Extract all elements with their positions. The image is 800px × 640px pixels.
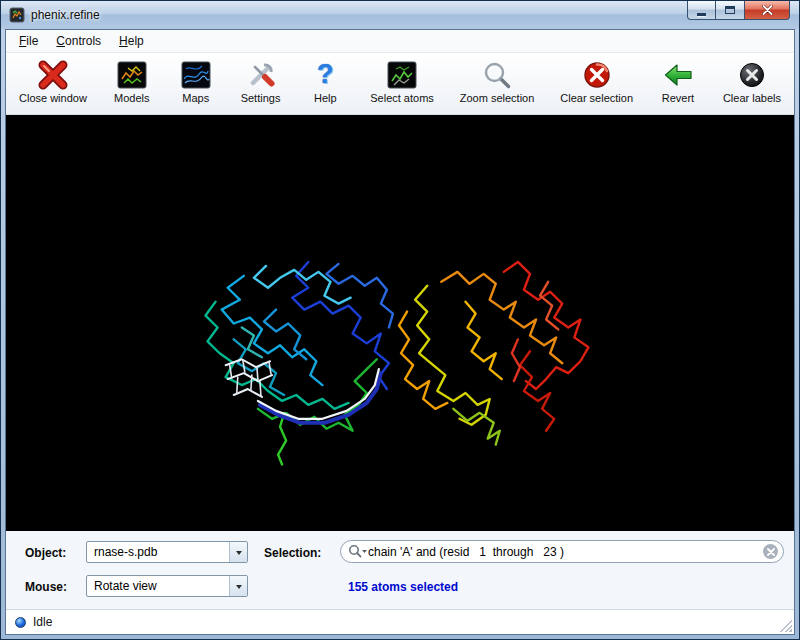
molecule-render	[6, 115, 794, 531]
search-icon[interactable]	[348, 544, 368, 559]
maximize-icon	[725, 6, 735, 14]
mouse-label: Mouse:	[25, 580, 67, 594]
status-led-icon	[15, 617, 26, 628]
minimize-icon	[697, 13, 706, 16]
maps-icon	[177, 58, 215, 91]
object-dropdown-value: rnase-s.pdb	[87, 545, 229, 559]
molecule-viewport[interactable]	[6, 115, 794, 531]
object-label: Object:	[25, 546, 66, 560]
settings-icon	[242, 58, 280, 91]
phenix-refine-window: phenix.refine File Controls Help	[0, 0, 800, 640]
window-controls	[687, 1, 790, 20]
minimize-button[interactable]	[687, 1, 716, 20]
selection-searchbox	[340, 540, 784, 563]
clear-selection-icon	[578, 58, 616, 91]
toolbar-help-button[interactable]: ? Help	[303, 57, 347, 105]
controls-panel: Object: rnase-s.pdb Selection:	[6, 531, 794, 609]
window-titlebar[interactable]: phenix.refine	[1, 1, 799, 29]
menu-bar: File Controls Help	[6, 30, 794, 53]
status-text: Idle	[33, 615, 52, 629]
close-icon	[762, 5, 773, 15]
toolbar: Close window Models	[6, 53, 794, 115]
toolbar-zoom-selection-button[interactable]: Zoom selection	[457, 57, 538, 105]
toolbar-revert-button[interactable]: Revert	[656, 57, 700, 105]
mouse-mode-dropdown[interactable]: Rotate view	[86, 575, 248, 597]
window-title: phenix.refine	[31, 8, 100, 22]
chevron-down-icon	[229, 542, 247, 562]
mouse-mode-dropdown-value: Rotate view	[87, 579, 229, 593]
atoms-selected-text: 155 atoms selected	[348, 580, 458, 594]
menu-controls[interactable]: Controls	[47, 30, 110, 52]
menu-help[interactable]: Help	[110, 30, 153, 52]
selection-input[interactable]	[368, 545, 763, 559]
toolbar-settings-button[interactable]: Settings	[238, 57, 284, 105]
menu-file[interactable]: File	[10, 30, 47, 52]
maximize-button[interactable]	[716, 1, 744, 20]
toolbar-close-window-button[interactable]: Close window	[16, 57, 90, 105]
close-button[interactable]	[744, 1, 790, 20]
toolbar-select-atoms-button[interactable]: Select atoms	[367, 57, 437, 105]
client-area: File Controls Help Close window	[5, 29, 795, 635]
help-icon: ?	[306, 58, 344, 91]
selection-label: Selection:	[264, 546, 321, 560]
toolbar-models-button[interactable]: Models	[110, 57, 154, 105]
status-bar: Idle	[6, 609, 794, 634]
chevron-down-icon	[229, 576, 247, 596]
models-icon	[113, 58, 151, 91]
toolbar-clear-labels-button[interactable]: Clear labels	[720, 57, 784, 105]
resize-grip[interactable]	[779, 619, 792, 632]
clear-search-icon	[767, 548, 775, 556]
toolbar-maps-button[interactable]: Maps	[174, 57, 218, 105]
select-atoms-icon	[383, 58, 421, 91]
revert-icon	[659, 58, 697, 91]
app-icon	[9, 7, 25, 23]
clear-search-button[interactable]	[763, 544, 778, 559]
clear-labels-icon	[733, 58, 771, 91]
toolbar-clear-selection-button[interactable]: Clear selection	[557, 57, 636, 105]
object-dropdown[interactable]: rnase-s.pdb	[86, 541, 248, 563]
zoom-selection-icon	[478, 58, 516, 91]
close-window-icon	[34, 58, 72, 91]
